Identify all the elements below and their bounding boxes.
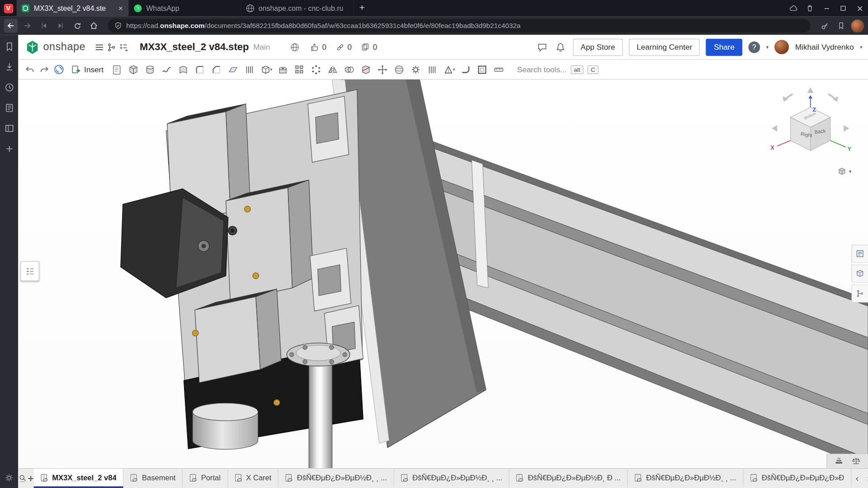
tool-hole-button[interactable] <box>274 62 291 77</box>
tool-fillet-button[interactable] <box>192 62 208 77</box>
address-bar[interactable]: https://cad.onshape.com/documents/3af682… <box>108 19 811 33</box>
tool-appearance-button[interactable] <box>407 62 424 77</box>
tool-linear-pattern-button[interactable] <box>291 62 308 77</box>
browser-tab[interactable]: MX3X_steel_2 v84.ste× <box>17 0 129 17</box>
tool-frame-button[interactable] <box>474 62 491 77</box>
public-globe-icon[interactable] <box>289 41 301 53</box>
copies-stat[interactable]: 0 <box>361 42 377 52</box>
tool-loft-button[interactable] <box>175 62 192 77</box>
back-button[interactable] <box>4 19 18 33</box>
model-canvas[interactable] <box>18 80 868 468</box>
tool-extrude-button[interactable] <box>125 62 142 77</box>
element-tab[interactable]: ÐšÑ€ÐµÐ¿Ð»ÐµÐ¿Ð»Ð <box>743 469 851 488</box>
configurations-panel-toggle[interactable] <box>851 264 868 282</box>
redo-button[interactable] <box>37 62 52 77</box>
parts-panel-toggle[interactable] <box>851 244 868 263</box>
bookmarks-panel-icon[interactable] <box>4 42 14 52</box>
tool-chamfer-button[interactable] <box>208 62 225 77</box>
scroll-tabs-right-button[interactable]: › <box>863 469 868 488</box>
undo-button[interactable] <box>23 62 37 77</box>
new-tab-button[interactable]: + <box>354 0 370 17</box>
trash-icon[interactable] <box>802 0 818 17</box>
feature-tree-toggle[interactable] <box>20 261 39 281</box>
app-store-button[interactable]: App Store <box>573 38 623 56</box>
tool-boolean-button[interactable] <box>341 62 358 77</box>
help-button[interactable]: ? <box>748 41 760 53</box>
help-caret-icon[interactable]: ▾ <box>766 44 769 50</box>
mass-properties-scale-icon[interactable] <box>851 456 861 466</box>
home-button[interactable] <box>87 19 101 33</box>
tab-close-icon[interactable]: × <box>117 4 124 13</box>
windows-panel-icon[interactable] <box>4 123 14 133</box>
tool-sketch-button[interactable] <box>108 62 125 77</box>
passwords-key-icon[interactable] <box>818 19 832 33</box>
user-avatar[interactable] <box>775 40 789 54</box>
axis-z-label: Z <box>813 107 816 113</box>
forward-button[interactable] <box>20 19 34 33</box>
shield-icon[interactable] <box>114 22 122 30</box>
element-tab[interactable]: Basement <box>124 469 183 488</box>
graphics-viewport[interactable]: Right Back Bottom Z X Y ▾ <box>18 80 868 468</box>
settings-gear-icon[interactable] <box>4 473 14 483</box>
tool-circular-pattern-button[interactable] <box>308 62 325 77</box>
browser-tab[interactable]: onshape.com - cnc-club.ru <box>241 0 354 17</box>
element-tab[interactable]: MX3X_steel_2 v84 <box>34 469 124 488</box>
notifications-bell-icon[interactable] <box>555 41 567 53</box>
user-menu-caret-icon[interactable]: ▾ <box>860 44 863 50</box>
learning-center-button[interactable]: Learning Center <box>629 38 700 56</box>
main-menu-icon[interactable] <box>93 41 105 53</box>
add-panel-icon[interactable] <box>4 144 14 154</box>
tool-sweep-button[interactable] <box>158 62 175 77</box>
follow-mode-icon[interactable] <box>118 41 130 53</box>
versions-panel-toggle[interactable] <box>851 284 868 302</box>
comments-icon[interactable] <box>536 41 548 53</box>
close-button[interactable] <box>851 0 868 17</box>
workspace-name[interactable]: Main <box>253 42 270 52</box>
onshape-logo[interactable]: onshape <box>25 40 85 55</box>
tool-alignment-button[interactable]: ▾ <box>441 62 458 77</box>
element-tab[interactable]: ÐšÑ€ÐµÐ¿Ð»ÐµÐ½Ð¸ ¸ ... <box>278 469 394 488</box>
tool-surface-button[interactable] <box>391 62 408 77</box>
element-tab[interactable]: ÐšÑ€ÐµÐ¿Ð»ÐµÐ½Ð¸ ¸ ... <box>628 469 743 488</box>
tool-mirror-button[interactable] <box>325 62 341 77</box>
browser-tab[interactable]: WhatsApp <box>129 0 241 17</box>
search-tabs-button[interactable] <box>18 469 28 488</box>
tool-revolve-button[interactable] <box>142 62 158 77</box>
tool-measure-button[interactable] <box>491 62 507 77</box>
sync-rotate-button[interactable] <box>52 62 66 77</box>
tool-rib-button[interactable] <box>241 62 258 77</box>
tool-sheet-metal-button[interactable] <box>457 62 474 77</box>
tool-shell-button[interactable]: ▾ <box>258 62 275 77</box>
element-tab[interactable]: ÐšÑ€ÐµÐ¿Ð»ÐµÐ½Ð¸ ¸ ... <box>394 469 509 488</box>
view-cube[interactable]: Right Back Bottom Z X Y <box>766 83 855 172</box>
element-tab[interactable]: Portal <box>183 469 228 488</box>
history-panel-icon[interactable] <box>4 82 14 92</box>
links-stat[interactable]: 0 <box>335 42 352 52</box>
scroll-tabs-left-button[interactable]: ‹ <box>851 469 863 488</box>
rewind-button[interactable] <box>37 19 51 33</box>
likes-stat[interactable]: 0 <box>310 42 326 52</box>
browser-profile-avatar[interactable] <box>851 19 864 32</box>
element-tab[interactable]: X Caret <box>228 469 278 488</box>
insert-button[interactable]: Insert <box>66 64 108 75</box>
versions-tree-icon[interactable] <box>105 41 118 53</box>
notes-panel-icon[interactable] <box>4 103 14 113</box>
tool-split-button[interactable] <box>358 62 374 77</box>
fast-forward-button[interactable] <box>54 19 68 33</box>
add-element-button[interactable]: + <box>28 469 34 488</box>
share-button[interactable]: Share <box>706 38 742 56</box>
tool-draft-button[interactable] <box>225 62 241 77</box>
tool-thread-button[interactable] <box>424 62 441 77</box>
element-tab[interactable]: ÐšÑ€ÐµÐ¿Ð»ÐµÐ½Ð¸ Ð ... <box>509 469 628 488</box>
bookmark-page-icon[interactable] <box>834 19 848 33</box>
tool-transform-button[interactable] <box>374 62 391 77</box>
view-options-button[interactable]: ▾ <box>835 166 854 177</box>
search-tools[interactable]: Search tools... alt C <box>517 65 599 74</box>
maximize-button[interactable] <box>835 0 852 17</box>
browser-menu-button[interactable]: V <box>0 0 17 17</box>
minimize-button[interactable] <box>818 0 835 17</box>
downloads-panel-icon[interactable] <box>4 62 14 72</box>
reload-button[interactable] <box>71 19 85 33</box>
sync-cloud-icon[interactable] <box>785 0 802 17</box>
layers-icon[interactable] <box>835 456 844 466</box>
